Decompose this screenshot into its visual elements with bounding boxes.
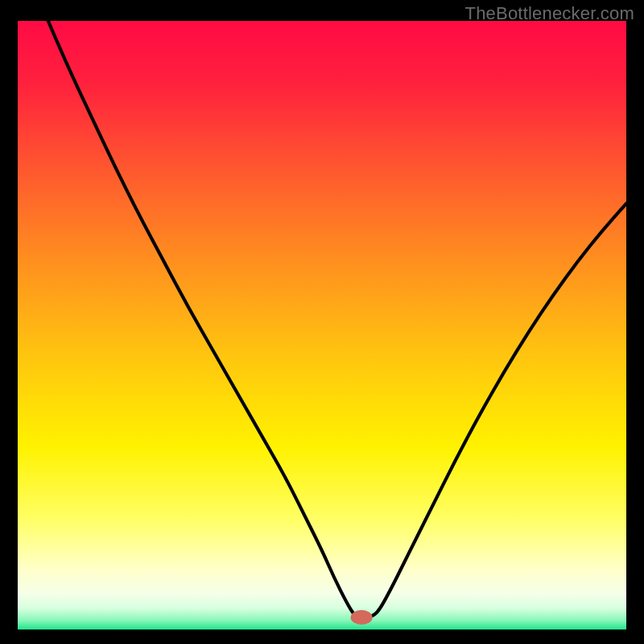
- chart-frame: TheBottlenecker.com: [0, 0, 644, 644]
- plot-area: [18, 21, 626, 630]
- attribution-text: TheBottlenecker.com: [465, 3, 634, 24]
- chart-svg: [18, 21, 626, 630]
- optimum-marker: [351, 610, 373, 625]
